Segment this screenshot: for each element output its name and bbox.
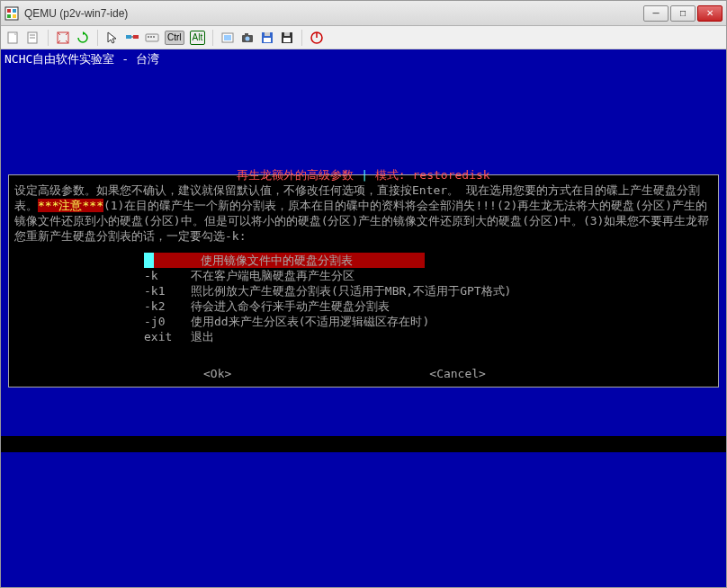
svg-rect-26: [284, 32, 290, 36]
terminal-area[interactable]: NCHC自由软件实验室 - 台湾 再生龙额外的高级参数 | 模式: restor…: [1, 49, 726, 587]
svg-point-20: [246, 36, 250, 40]
toolbar-separator: [301, 30, 302, 46]
snapshot-icon[interactable]: [220, 31, 235, 45]
svg-rect-27: [283, 38, 291, 42]
refresh-icon[interactable]: [76, 31, 90, 45]
dialog-title: 再生龙额外的高级参数 | 模式: restoredisk: [9, 167, 718, 183]
dialog-title-left: 再生龙额外的高级参数: [237, 168, 354, 182]
menu-item-k2[interactable]: -k2待会进入命令行来手动产生硬盘分割表: [144, 298, 713, 314]
window-buttons: ─ □ ✕: [643, 5, 723, 22]
svg-rect-4: [13, 14, 16, 18]
dialog-title-right: 模式: restoredisk: [375, 168, 490, 182]
menu-item-k1[interactable]: -k1照比例放大产生硬盘分割表(只适用于MBR,不适用于GPT格式): [144, 283, 713, 298]
save-icon[interactable]: [280, 31, 294, 45]
note-icon[interactable]: [26, 31, 40, 45]
nchc-banner: NCHC自由软件实验室 - 台湾: [1, 49, 726, 67]
keyboard-icon[interactable]: [145, 31, 159, 45]
titlebar[interactable]: QEMU (p2v-win7-ide) ─ □ ✕: [1, 1, 726, 26]
dialog-body-warn: ***注意***: [38, 199, 103, 212]
svg-rect-11: [133, 35, 139, 39]
app-icon: [4, 6, 19, 21]
svg-rect-1: [7, 9, 11, 13]
toolbar-separator: [97, 30, 98, 46]
svg-rect-16: [153, 36, 155, 38]
svg-rect-14: [148, 36, 149, 38]
svg-rect-3: [7, 14, 11, 18]
dialog-title-sep: |: [354, 168, 374, 182]
svg-rect-18: [224, 35, 231, 40]
dialog-body-post: (1)在目的碟产生一个新的分割表，原本在目的碟中的资料将会全部消失!!!(2)再…: [14, 199, 709, 243]
ok-button[interactable]: <Ok>: [203, 366, 231, 381]
cursor-icon[interactable]: [105, 31, 120, 45]
file-icon[interactable]: [6, 31, 21, 45]
close-button[interactable]: ✕: [697, 5, 723, 22]
camera-icon[interactable]: [240, 31, 255, 45]
menu-item-exit[interactable]: exit退出: [144, 329, 713, 344]
dialog-buttons: <Ok> <Cancel>: [14, 366, 713, 381]
qemu-window: QEMU (p2v-win7-ide) ─ □ ✕ Ctrl Alt NCHC自…: [0, 0, 727, 588]
clonezilla-dialog: 再生龙额外的高级参数 | 模式: restoredisk 设定高级参数。如果您不…: [8, 174, 719, 388]
menu-item-default[interactable]: 使用镜像文件中的硬盘分割表: [144, 253, 425, 268]
svg-rect-23: [265, 32, 270, 36]
alt-key-icon[interactable]: Alt: [190, 31, 206, 45]
menu-item-j0[interactable]: -j0使用dd来产生分区表(不适用逻辑磁区存在时): [144, 314, 713, 329]
ctrl-key-icon[interactable]: Ctrl: [165, 31, 184, 45]
minimize-button[interactable]: ─: [643, 5, 669, 22]
toolbar-separator: [212, 30, 213, 46]
cancel-button[interactable]: <Cancel>: [429, 366, 486, 381]
toolbar-separator: [48, 30, 49, 46]
network-icon[interactable]: [125, 31, 139, 45]
fullscreen-icon[interactable]: [56, 31, 70, 45]
window-title: QEMU (p2v-win7-ide): [24, 7, 643, 20]
menu-item-k[interactable]: -k不在客户端电脑硬盘再产生分区: [144, 268, 713, 283]
svg-rect-21: [245, 33, 248, 35]
black-bar: [1, 436, 726, 452]
svg-rect-24: [264, 38, 271, 42]
svg-rect-10: [126, 35, 131, 39]
svg-rect-2: [13, 9, 16, 13]
floppy-icon[interactable]: [260, 31, 274, 45]
maximize-button[interactable]: □: [670, 5, 696, 22]
dialog-body: 设定高级参数。如果您不确认，建议就保留默认值，不修改任何选项，直接按Enter。…: [14, 183, 713, 244]
options-menu: 使用镜像文件中的硬盘分割表 -k不在客户端电脑硬盘再产生分区 -k1照比例放大产…: [144, 253, 713, 344]
power-icon[interactable]: [310, 31, 324, 45]
toolbar: Ctrl Alt: [1, 26, 726, 49]
svg-rect-15: [150, 36, 152, 38]
